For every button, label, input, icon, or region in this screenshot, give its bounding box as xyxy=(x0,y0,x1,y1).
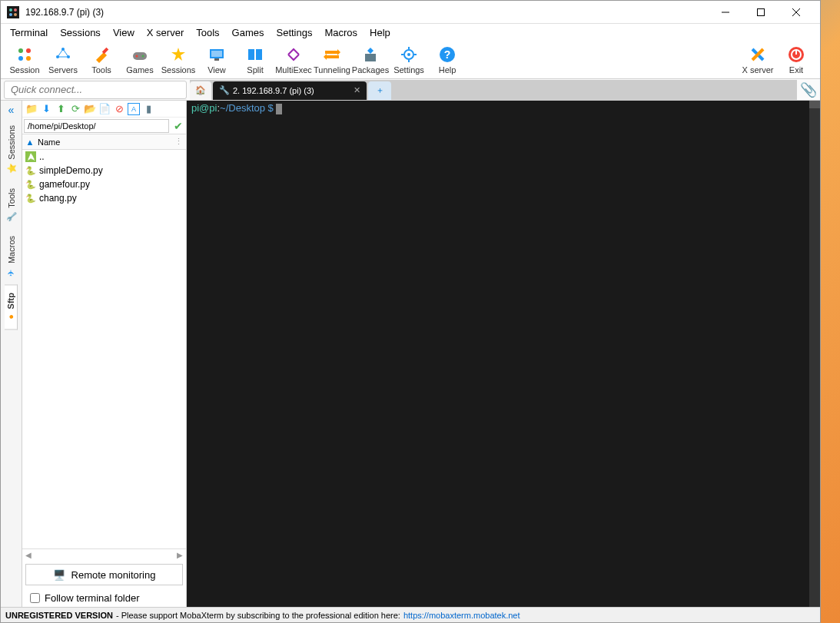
python-file-icon: 🐍 xyxy=(25,193,36,204)
tool-view[interactable]: View xyxy=(198,41,236,78)
svg-line-17 xyxy=(63,49,68,57)
svg-point-1 xyxy=(9,8,12,12)
upload-icon[interactable]: ⬆ xyxy=(55,103,67,115)
monitor-icon: 🖥️ xyxy=(53,569,65,581)
path-ok-icon: ✔ xyxy=(174,120,183,132)
side-tab-macros[interactable]: ✈Macros xyxy=(5,228,18,284)
sftp-panel: 📁 ⬇ ⬆ ⟳ 📂 📄 ⊘ A ▮ ✔ ▲ Name ⋮ ⮝.. � xyxy=(22,101,187,607)
svg-point-22 xyxy=(142,55,144,57)
list-item[interactable]: 🐍chang.py xyxy=(22,191,186,205)
tab-active-session[interactable]: 🔧 2. 192.168.9.7 (pi) (3) ✕ xyxy=(213,81,367,100)
split-icon xyxy=(247,45,264,64)
tool-exit[interactable]: Exit xyxy=(777,41,815,78)
sftp-icon: ● xyxy=(6,313,15,322)
svg-marker-23 xyxy=(171,48,185,61)
collapse-sidebar-icon[interactable]: « xyxy=(8,104,15,118)
side-tab-sftp[interactable]: ●Sftp xyxy=(5,284,18,330)
menu-macros[interactable]: Macros xyxy=(318,25,364,40)
follow-terminal-label: Follow terminal folder xyxy=(45,592,140,604)
tool-packages[interactable]: Packages xyxy=(351,41,390,78)
help-icon: ? xyxy=(439,45,456,64)
tool-tools[interactable]: Tools xyxy=(82,41,121,78)
list-item[interactable]: 🐍gamefour.py xyxy=(22,177,186,191)
tab-add[interactable]: ＋ xyxy=(368,81,391,100)
toolbar: Session Servers Tools Games Sessions Vie… xyxy=(1,41,820,79)
status-message: - Please support MobaXterm by subscribin… xyxy=(116,611,400,620)
new-file-icon[interactable]: 📄 xyxy=(98,103,111,115)
svg-rect-28 xyxy=(256,49,262,60)
side-tab-tools[interactable]: 🔧Tools xyxy=(5,181,18,229)
list-item[interactable]: ⮝.. xyxy=(22,150,186,164)
tool-settings[interactable]: Settings xyxy=(390,41,428,78)
svg-point-2 xyxy=(14,8,17,12)
sftp-path-row: ✔ xyxy=(22,118,186,134)
delete-icon[interactable]: ⊘ xyxy=(113,103,125,115)
statusbar: UNREGISTERED VERSION - Please support Mo… xyxy=(1,607,820,622)
menu-tools[interactable]: Tools xyxy=(190,25,225,40)
attach-icon[interactable]: 📎 xyxy=(797,81,820,98)
menu-settings[interactable]: Settings xyxy=(271,25,319,40)
menu-xserver[interactable]: X server xyxy=(141,25,190,40)
tool-split[interactable]: Split xyxy=(236,41,274,78)
menu-help[interactable]: Help xyxy=(364,25,397,40)
menu-terminal[interactable]: Terminal xyxy=(4,25,54,40)
new-folder-icon[interactable]: 📂 xyxy=(84,103,96,115)
servers-icon xyxy=(55,45,71,64)
tool-xserver[interactable]: X server xyxy=(739,41,777,78)
tool-session[interactable]: Session xyxy=(5,41,44,78)
home-icon: 🏠 xyxy=(195,85,206,95)
tool-servers[interactable]: Servers xyxy=(44,41,82,78)
tool-sessions-fav[interactable]: Sessions xyxy=(159,41,198,78)
tab-close-icon[interactable]: ✕ xyxy=(354,85,360,95)
terminal-scrollbar[interactable] xyxy=(809,101,820,607)
quick-connect-row: 🏠 🔧 2. 192.168.9.7 (pi) (3) ✕ ＋ 📎 xyxy=(1,79,820,101)
tab-home[interactable]: 🏠 xyxy=(190,81,211,100)
side-tab-sessions[interactable]: ⭐Sessions xyxy=(5,118,18,181)
tool-help[interactable]: ?Help xyxy=(428,41,466,78)
maximize-button[interactable] xyxy=(743,1,779,24)
svg-point-37 xyxy=(407,53,410,56)
list-item[interactable]: 🐍simpleDemo.py xyxy=(22,164,186,177)
sftp-path-input[interactable] xyxy=(24,119,169,133)
quick-connect-input[interactable] xyxy=(4,81,187,99)
python-file-icon: 🐍 xyxy=(25,179,36,190)
svg-rect-20 xyxy=(133,52,147,60)
svg-marker-31 xyxy=(337,49,340,55)
window-controls xyxy=(708,1,814,24)
svg-text:?: ? xyxy=(444,48,451,61)
close-button[interactable] xyxy=(779,1,814,24)
refresh-icon[interactable]: ⟳ xyxy=(69,103,81,115)
titlebar: 192.168.9.7 (pi) (3) xyxy=(1,1,820,24)
properties-icon[interactable]: ▮ xyxy=(142,103,154,115)
menu-view[interactable]: View xyxy=(107,25,141,40)
tools-small-icon: 🔧 xyxy=(6,210,16,220)
multiexec-icon xyxy=(285,45,302,64)
session-icon xyxy=(16,45,33,64)
status-link[interactable]: https://mobaxterm.mobatek.net xyxy=(403,611,520,620)
download-icon[interactable]: ⬇ xyxy=(40,103,52,115)
terminal-pane[interactable]: pi@pi:~/Desktop $ xyxy=(187,101,820,607)
star-icon xyxy=(170,45,187,64)
prompt-path: ~/Desktop $ xyxy=(220,102,274,114)
sftp-list-header[interactable]: ▲ Name ⋮ xyxy=(22,134,186,150)
svg-rect-30 xyxy=(325,55,339,58)
svg-point-3 xyxy=(9,13,12,16)
minimize-button[interactable] xyxy=(708,1,743,24)
tool-games[interactable]: Games xyxy=(121,41,159,78)
tool-tunneling[interactable]: Tunneling xyxy=(313,41,351,78)
terminal-cursor xyxy=(276,104,282,114)
svg-rect-26 xyxy=(214,58,219,61)
rename-icon[interactable]: A xyxy=(128,103,140,115)
menu-sessions[interactable]: Sessions xyxy=(54,25,107,40)
folder-up-icon[interactable]: 📁 xyxy=(25,103,38,115)
remote-monitoring-button[interactable]: 🖥️ Remote monitoring xyxy=(25,564,183,585)
svg-rect-33 xyxy=(365,54,376,61)
app-window: 192.168.9.7 (pi) (3) Terminal Sessions V… xyxy=(0,0,821,623)
macros-icon: ✈ xyxy=(6,267,16,277)
tool-multiexec[interactable]: MultiExec xyxy=(274,41,313,78)
settings-icon xyxy=(400,45,417,64)
horizontal-scrollbar[interactable]: ◀▶ xyxy=(22,548,186,561)
menu-games[interactable]: Games xyxy=(226,25,271,40)
sort-icon[interactable]: ▲ xyxy=(22,138,38,147)
follow-terminal-checkbox[interactable] xyxy=(30,593,40,603)
